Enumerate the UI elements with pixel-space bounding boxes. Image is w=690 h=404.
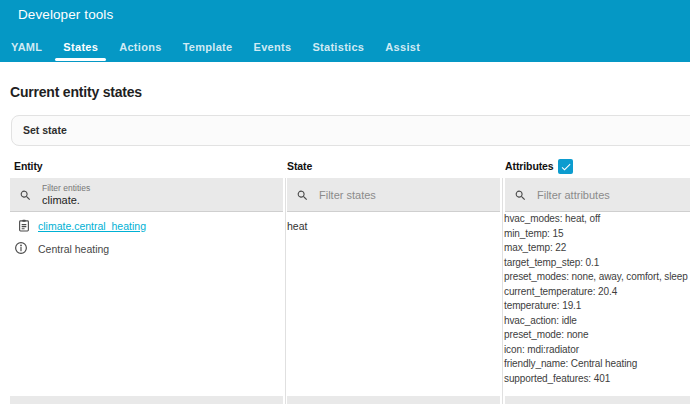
tab-template[interactable]: Template	[182, 41, 234, 54]
entity-filter-field[interactable]: Filter entities	[10, 178, 283, 212]
attribute-line: preset_modes: none, away, comfort, sleep	[504, 270, 690, 285]
tab-yaml[interactable]: YAML	[10, 41, 43, 54]
tab-actions[interactable]: Actions	[118, 41, 162, 54]
entity-filter-stack: Filter entities	[42, 183, 242, 206]
state-filter-input[interactable]	[319, 187, 500, 203]
tab-assist[interactable]: Assist	[384, 41, 421, 54]
cutoff-filter-bar	[10, 396, 283, 404]
attribute-line: min_temp: 15	[504, 227, 690, 242]
entity-id-link[interactable]: climate.central_heating	[38, 220, 146, 232]
set-state-label: Set state	[23, 124, 67, 136]
entity-filter-label: Filter entities	[42, 183, 242, 193]
entity-state-value: heat	[287, 220, 307, 232]
attribute-line: friendly_name: Central heating	[504, 357, 690, 372]
column-divider	[502, 178, 503, 404]
entity-attributes-list: hvac_modes: heat, off min_temp: 15 max_t…	[504, 212, 690, 386]
attribute-line: hvac_action: idle	[504, 314, 690, 329]
attribute-line: temperature: 19.1	[504, 299, 690, 314]
tab-bar: YAML States Actions Template Events Stat…	[10, 41, 421, 54]
app-header: Developer tools YAML States Actions Temp…	[0, 0, 690, 62]
entity-filter-input[interactable]	[42, 193, 242, 206]
attributes-filter-input[interactable]	[537, 187, 690, 203]
tab-states[interactable]: States	[62, 41, 99, 54]
search-icon	[296, 188, 309, 201]
set-state-expander[interactable]: Set state	[11, 115, 690, 146]
entity-info-icon[interactable]	[14, 241, 28, 255]
developer-tools-page: Developer tools YAML States Actions Temp…	[0, 0, 690, 404]
attribute-line: current_temperature: 20.4	[504, 285, 690, 300]
attribute-line: preset_mode: none	[504, 328, 690, 343]
tab-events[interactable]: Events	[253, 41, 293, 54]
cutoff-filter-bar	[287, 396, 500, 404]
search-icon	[19, 188, 32, 201]
attribute-line: max_temp: 22	[504, 241, 690, 256]
attributes-checkbox[interactable]	[558, 159, 573, 174]
search-icon	[514, 188, 527, 201]
copy-entity-id-icon[interactable]	[17, 218, 31, 233]
column-divider	[285, 178, 286, 404]
state-filter-field[interactable]	[287, 178, 500, 212]
attribute-line: icon: mdi:radiator	[504, 343, 690, 358]
column-header-entity: Entity	[14, 160, 43, 172]
attribute-line: supported_features: 401	[504, 372, 690, 387]
check-icon	[560, 161, 572, 173]
column-header-state: State	[287, 160, 312, 172]
page-title: Developer tools	[18, 7, 113, 22]
cutoff-filter-bar	[505, 396, 690, 404]
column-header-attributes: Attributes	[505, 160, 554, 172]
section-heading: Current entity states	[10, 84, 142, 100]
attributes-filter-field[interactable]	[505, 178, 690, 212]
entity-friendly-name: Central heating	[38, 243, 109, 255]
attribute-line: hvac_modes: heat, off	[504, 212, 690, 227]
attribute-line: target_temp_step: 0.1	[504, 256, 690, 271]
tab-statistics[interactable]: Statistics	[311, 41, 365, 54]
